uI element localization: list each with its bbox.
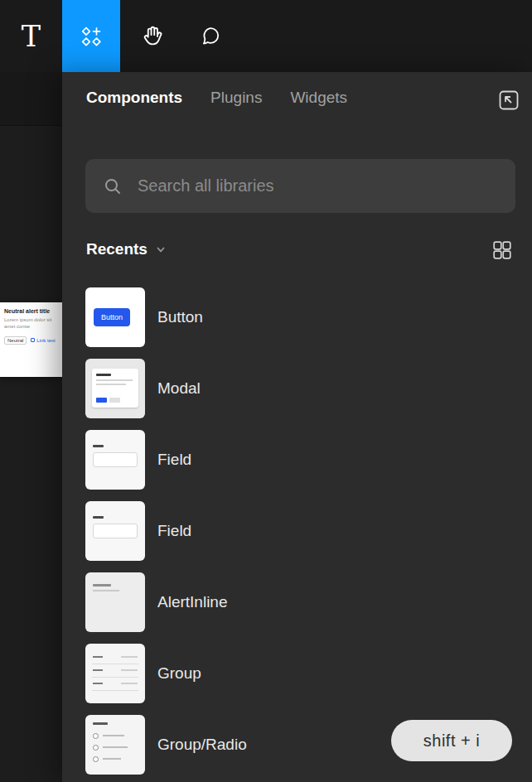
figma-window: T (0, 0, 532, 782)
alert-card-description: Lorem ipsum dolor sit amet conse (4, 316, 58, 331)
list-item-group[interactable]: Group (85, 644, 509, 703)
list-item-button[interactable]: Button Button (85, 287, 509, 347)
search-input[interactable] (138, 176, 499, 196)
library-search-bar (85, 159, 515, 213)
list-item-field[interactable]: Field (85, 430, 509, 490)
component-name: Modal (157, 379, 201, 398)
tab-components[interactable]: Components (86, 89, 182, 107)
component-name: Group/Radio (157, 736, 247, 754)
insert-components-tool-button[interactable] (62, 0, 120, 72)
shortcut-hint-badge: shift + i (391, 720, 512, 761)
hand-tool-button[interactable] (120, 0, 186, 72)
open-in-window-icon (496, 88, 521, 113)
component-name: Group (157, 664, 201, 683)
list-item-modal[interactable]: Modal (85, 359, 509, 418)
canvas-upper-band (0, 72, 62, 126)
components-plus-icon (79, 24, 104, 49)
list-item-alertinline[interactable]: AlertInline (85, 572, 509, 632)
components-panel: Components Plugins Widgets Recents (62, 72, 532, 782)
hand-icon (141, 24, 166, 49)
recents-title: Recents (86, 240, 148, 258)
component-thumbnail (85, 715, 145, 775)
component-thumbnail (85, 501, 145, 561)
alert-card-link-button: Link text (31, 338, 55, 343)
text-tool-button[interactable]: T (0, 0, 62, 72)
mini-modal-preview (92, 369, 138, 408)
recents-dropdown[interactable]: Recents (86, 240, 167, 258)
list-item-field[interactable]: Field (85, 501, 509, 561)
component-name: Button (157, 308, 203, 326)
component-thumbnail (85, 644, 145, 703)
mini-button-preview: Button (94, 308, 130, 326)
grid-view-icon (491, 239, 513, 261)
alert-card-neutral-button: Neutral (4, 336, 27, 345)
recents-component-list: Button Button Modal Field (85, 287, 509, 775)
chevron-down-icon (155, 244, 167, 255)
search-icon (102, 176, 123, 197)
panel-tabs: Components Plugins Widgets (86, 89, 347, 107)
alert-card-title: Neutral alert title (4, 308, 58, 314)
top-toolbar: T (0, 0, 532, 72)
component-thumbnail (85, 430, 145, 490)
canvas-area[interactable]: Neutral alert title Lorem ipsum dolor si… (0, 72, 62, 782)
tab-widgets[interactable]: Widgets (290, 89, 347, 107)
component-thumbnail: Button (85, 287, 145, 347)
comment-tool-button[interactable] (186, 0, 235, 72)
component-name: AlertInline (157, 593, 228, 611)
component-thumbnail (85, 572, 145, 632)
component-name: Field (157, 522, 191, 540)
link-icon (31, 338, 35, 342)
canvas-alert-component[interactable]: Neutral alert title Lorem ipsum dolor si… (0, 302, 62, 377)
component-thumbnail (85, 359, 145, 418)
tab-plugins[interactable]: Plugins (210, 89, 262, 107)
comment-bubble-icon (198, 24, 223, 49)
open-in-window-button[interactable] (496, 87, 522, 113)
grid-view-button[interactable] (491, 239, 514, 262)
text-tool-icon: T (22, 20, 41, 53)
component-name: Field (157, 451, 191, 469)
